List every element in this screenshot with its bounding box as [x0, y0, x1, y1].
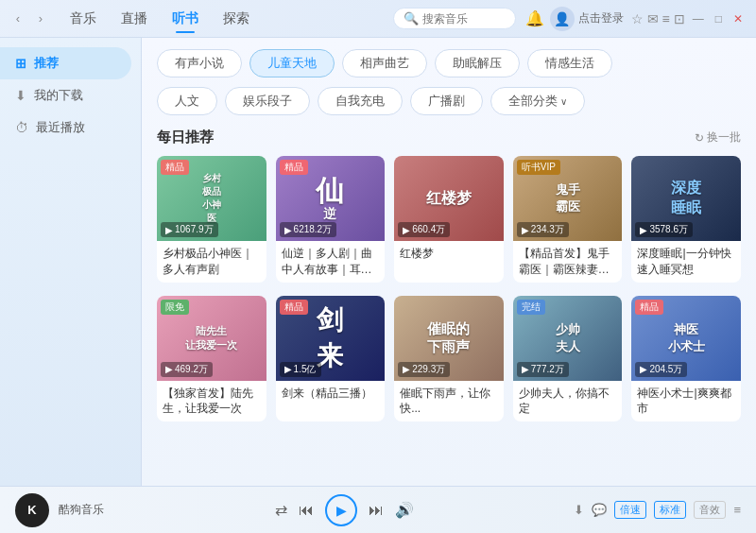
card-thumb-c5: 深度 睡眠 ▶ 3578.6万 [631, 156, 741, 241]
play-button[interactable]: ▶ [325, 494, 357, 526]
card-info-c8: 催眠下雨声，让你快... [394, 381, 504, 422]
card-title-c6: 【独家首发】陆先生，让我爱一次 [163, 386, 261, 418]
card-play-count-c4: ▶ 234.3万 [517, 222, 569, 237]
nav-menu: 音乐 直播 听书 探索 [59, 7, 393, 31]
card-title-c8: 催眠下雨声，让你快... [400, 386, 498, 418]
sidebar-label-download: 我的下载 [34, 87, 83, 104]
player-right-controls: ⬇ 💬 倍速 标准 音效 ≡ [574, 501, 741, 519]
comment-button[interactable]: 💬 [592, 503, 607, 517]
mail-icon[interactable]: ✉ [647, 11, 659, 26]
card-c8[interactable]: 催眠的 下雨声 ▶ 229.3万 催眠下雨声，让你快... [394, 296, 504, 422]
card-info-c3: 红楼梦 [394, 241, 504, 266]
card-play-count-c5: ▶ 3578.6万 [635, 222, 693, 237]
card-thumb-c6: 陆先生 让我爱一次 限免 ▶ 469.2万 [157, 296, 266, 381]
player-brand: 酷狗音乐 [59, 502, 115, 518]
search-box[interactable]: 🔍 [393, 8, 516, 29]
cat-tab-sleep[interactable]: 助眠解压 [435, 49, 520, 77]
main-layout: ⊞ 推荐 ⬇ 我的下载 ⏱ 最近播放 有声小说 儿童天地 相声曲艺 助眠解压 情… [0, 38, 756, 486]
screen-icon[interactable]: ⊡ [674, 11, 685, 26]
content-area: 有声小说 儿童天地 相声曲艺 助眠解压 情感生活 人文 娱乐段子 自我充电 广播… [142, 38, 756, 486]
volume-button[interactable]: 🔊 [395, 501, 414, 519]
nav-forward-button[interactable]: › [32, 10, 49, 27]
menu-item-music[interactable]: 音乐 [59, 7, 108, 31]
maximize-button[interactable]: □ [712, 10, 726, 27]
recent-icon: ⏱ [15, 120, 28, 135]
cat-tab-all[interactable]: 全部分类 [490, 87, 585, 115]
close-button[interactable]: ✕ [730, 10, 747, 27]
card-title-c7: 剑来（精品三播） [282, 386, 380, 402]
next-button[interactable]: ⏭ [369, 502, 384, 519]
bell-icon[interactable]: 🔔 [525, 9, 544, 27]
user-label[interactable]: 点击登录 [578, 10, 624, 26]
cat-tab-emotion[interactable]: 情感生活 [527, 49, 612, 77]
cat-tab-entertainment[interactable]: 娱乐段子 [225, 87, 310, 115]
cat-tab-novel[interactable]: 有声小说 [157, 49, 242, 77]
cards-row1: 乡村 极品 小神 医 精品 ▶ 1067.9万 乡村极品小神医｜多人有声剧 [157, 156, 741, 283]
prev-button[interactable]: ⏮ [299, 502, 314, 519]
sidebar-label-recent: 最近播放 [36, 119, 85, 136]
sidebar-item-download[interactable]: ⬇ 我的下载 [0, 79, 131, 112]
window-buttons: ☆ ✉ ≡ ⊡ — □ ✕ [631, 10, 747, 27]
star-icon[interactable]: ☆ [631, 11, 644, 26]
cat-tab-selfdev[interactable]: 自我充电 [318, 87, 403, 115]
card-title-c5: 深度睡眠|一分钟快速入睡冥想 [637, 246, 735, 278]
menu-icon[interactable]: ≡ [662, 11, 670, 26]
playlist-button[interactable]: ≡ [733, 503, 741, 517]
category-tabs-row1: 有声小说 儿童天地 相声曲艺 助眠解压 情感生活 [157, 49, 741, 77]
menu-item-explore[interactable]: 探索 [212, 7, 261, 31]
card-c5[interactable]: 深度 睡眠 ▶ 3578.6万 深度睡眠|一分钟快速入睡冥想 [631, 156, 741, 283]
refresh-button[interactable]: ↻ 换一批 [695, 129, 741, 146]
card-c7[interactable]: 剑 来 精品 ▶ 1.5亿 剑来（精品三播） [276, 296, 386, 422]
cat-tab-humanities[interactable]: 人文 [157, 87, 217, 115]
card-c3[interactable]: 红楼梦 ▶ 660.4万 红楼梦 [394, 156, 504, 283]
card-c4[interactable]: 鬼手 霸医 听书VIP ▶ 234.3万 【精品首发】鬼手霸医｜霸医辣妻鬼手天.… [513, 156, 623, 283]
recommend-icon: ⊞ [15, 56, 26, 71]
nav-back-button[interactable]: ‹ [9, 10, 26, 27]
card-c9[interactable]: 少帅 夫人 完结 ▶ 777.2万 少帅夫人，你搞不定 [513, 296, 623, 422]
menu-item-audiobook[interactable]: 听书 [161, 7, 210, 31]
minimize-button[interactable]: — [689, 10, 708, 27]
card-info-c10: 神医小术士|爽爽都市 [631, 381, 741, 422]
avatar: 👤 [550, 7, 575, 31]
sidebar-item-recommend[interactable]: ⊞ 推荐 [0, 47, 131, 79]
card-c10[interactable]: 神医 小术士 精品 ▶ 204.5万 神医小术士|爽爽都市 [631, 296, 741, 422]
cat-tab-children[interactable]: 儿童天地 [249, 49, 335, 77]
nav-buttons: ‹ › [9, 10, 49, 27]
card-info-c6: 【独家首发】陆先生，让我爱一次 [157, 381, 266, 422]
card-badge-c6: 限免 [161, 300, 189, 315]
card-info-c4: 【精品首发】鬼手霸医｜霸医辣妻鬼手天... [513, 241, 623, 283]
sidebar-label-recommend: 推荐 [34, 55, 59, 72]
shuffle-button[interactable]: ⇄ [275, 501, 287, 519]
refresh-label: 换一批 [707, 129, 741, 146]
card-badge-c2: 精品 [280, 160, 308, 175]
card-play-count-c1: ▶ 1067.9万 [161, 222, 218, 237]
topbar-icons: 🔔 [525, 9, 544, 27]
card-badge-c9: 完结 [517, 300, 545, 315]
menu-item-live[interactable]: 直播 [110, 7, 159, 31]
card-c6[interactable]: 陆先生 让我爱一次 限免 ▶ 469.2万 【独家首发】陆先生，让我爱一次 [157, 296, 266, 422]
card-c2[interactable]: 仙 逆 精品 ▶ 6218.2万 仙逆｜多人剧｜曲中人有故事｜耳根｜大... [276, 156, 386, 283]
card-thumb-c4: 鬼手 霸医 听书VIP ▶ 234.3万 [513, 156, 623, 241]
sidebar-item-recent[interactable]: ⏱ 最近播放 [0, 112, 131, 144]
card-thumb-c3: 红楼梦 ▶ 660.4万 [394, 156, 504, 241]
card-play-count-c10: ▶ 204.5万 [635, 362, 687, 377]
player-controls: ⇄ ⏮ ▶ ⏭ 🔊 [125, 494, 564, 526]
cat-tab-radio[interactable]: 广播剧 [410, 87, 483, 115]
speed-button[interactable]: 倍速 [614, 501, 646, 519]
card-c1[interactable]: 乡村 极品 小神 医 精品 ▶ 1067.9万 乡村极品小神医｜多人有声剧 [157, 156, 266, 283]
card-play-count-c6: ▶ 469.2万 [161, 362, 213, 377]
card-play-count-c2: ▶ 6218.2万 [280, 222, 337, 237]
download-button[interactable]: ⬇ [574, 503, 584, 517]
effects-button[interactable]: 音效 [694, 501, 726, 519]
card-title-c9: 少帅夫人，你搞不定 [519, 386, 617, 418]
refresh-icon: ↻ [695, 131, 704, 145]
user-area[interactable]: 👤 点击登录 [550, 7, 624, 31]
download-icon: ⬇ [15, 88, 26, 103]
card-title-c3: 红楼梦 [400, 246, 498, 262]
search-input[interactable] [422, 12, 512, 26]
card-title-c10: 神医小术士|爽爽都市 [637, 386, 735, 418]
cat-tab-comedy[interactable]: 相声曲艺 [342, 49, 427, 77]
card-thumb-c2: 仙 逆 精品 ▶ 6218.2万 [276, 156, 386, 241]
card-info-c9: 少帅夫人，你搞不定 [513, 381, 623, 422]
quality-button[interactable]: 标准 [654, 501, 686, 519]
